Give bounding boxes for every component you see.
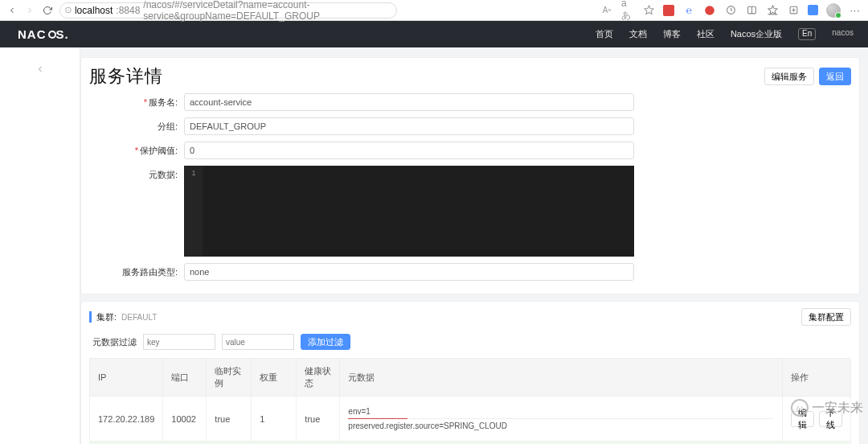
history-icon[interactable] xyxy=(724,4,737,17)
sidebar xyxy=(0,47,80,444)
favorites-bar-icon[interactable] xyxy=(766,4,779,17)
browser-right-icons: A» aあ ℮ ··· xyxy=(600,3,862,18)
label-metadata: 元数据: xyxy=(89,166,184,183)
split-icon[interactable] xyxy=(745,4,758,17)
app-header: NACS. 首页 文档 博客 社区 Nacos企业版 En nacos xyxy=(0,21,868,47)
filter-key-input[interactable] xyxy=(143,334,215,350)
meta-env: env=1 xyxy=(348,405,774,419)
collections-icon[interactable] xyxy=(787,4,800,17)
cluster-card: 集群: DEFAULT 集群配置 元数据过滤 添加过滤 IP 端口 临时实例 权… xyxy=(80,301,860,444)
nav-docs[interactable]: 文档 xyxy=(629,28,647,40)
input-service-name[interactable] xyxy=(184,93,634,111)
cell-weight: 1 xyxy=(252,397,297,442)
th-meta: 元数据 xyxy=(340,359,783,397)
back-icon[interactable] xyxy=(6,5,18,16)
ext-icon-4[interactable] xyxy=(808,5,818,15)
cell-health: true xyxy=(297,442,340,445)
table-row: 172.20.22.189 10002 true 1 true env=1 pr… xyxy=(90,397,851,442)
svg-marker-8 xyxy=(768,6,777,14)
filter-value-input[interactable] xyxy=(222,334,294,350)
cell-temp: true xyxy=(207,442,252,445)
label-protect-threshold: 保护阈值: xyxy=(89,142,184,159)
cell-health: true xyxy=(297,397,340,442)
url-path: /nacos/#/serviceDetail?name=account-serv… xyxy=(143,0,391,22)
svg-point-4 xyxy=(705,6,714,15)
sidebar-collapse-icon[interactable] xyxy=(35,64,45,444)
th-ops: 操作 xyxy=(783,359,851,397)
more-icon[interactable]: ··· xyxy=(849,4,862,17)
logo-accent-icon xyxy=(48,31,56,39)
ext-icon-1[interactable] xyxy=(663,5,674,16)
address-bar[interactable]: localhost:8848/nacos/#/serviceDetail?nam… xyxy=(59,2,397,18)
nav-home[interactable]: 首页 xyxy=(596,28,613,40)
cell-weight: 1 xyxy=(252,442,297,445)
cluster-label: 集群: xyxy=(96,311,117,323)
nacos-logo[interactable]: NACS. xyxy=(18,27,69,41)
th-weight: 权重 xyxy=(252,359,297,397)
nav-community[interactable]: 社区 xyxy=(697,28,714,40)
nav-login[interactable]: nacos xyxy=(832,28,854,40)
read-aloud-icon[interactable]: A» xyxy=(600,4,613,17)
page-title: 服务详情 xyxy=(89,64,163,88)
th-temp: 临时实例 xyxy=(207,359,252,397)
refresh-icon[interactable] xyxy=(42,5,53,16)
main-content: 服务详情 编辑服务 返回 服务名: 分组: 保护阈值: 元数据: xyxy=(80,47,868,444)
favorite-icon[interactable] xyxy=(642,4,655,17)
cell-meta: env=1 preserved.register.source=SPRING_C… xyxy=(340,397,783,442)
label-route-type: 服务路由类型: xyxy=(89,263,184,281)
row-offline-button[interactable]: 下线 xyxy=(819,411,842,427)
label-group: 分组: xyxy=(89,117,184,135)
instance-table: IP 端口 临时实例 权重 健康状态 元数据 操作 172.20.22.189 … xyxy=(89,358,851,444)
cell-meta: env=0 preserved.register.source=SPRING_C… xyxy=(340,442,783,445)
editor-gutter: 1 xyxy=(185,166,203,256)
cell-port: 10002 xyxy=(163,397,207,442)
profile-avatar[interactable] xyxy=(826,3,841,18)
ext-icon-3[interactable] xyxy=(703,4,716,17)
input-group[interactable] xyxy=(184,117,634,135)
translate-icon[interactable]: aあ xyxy=(621,4,634,17)
app-nav: 首页 文档 博客 社区 Nacos企业版 En nacos xyxy=(596,28,854,40)
meta-filter-row: 元数据过滤 添加过滤 xyxy=(92,334,848,350)
label-service-name: 服务名: xyxy=(89,93,184,111)
cell-ip: 172.20.22.189 xyxy=(90,397,163,442)
cell-temp: true xyxy=(207,397,252,442)
meta-src: preserved.register.source=SPRING_CLOUD xyxy=(348,419,774,433)
th-port: 端口 xyxy=(163,359,207,397)
cell-port: 10001 xyxy=(163,442,207,445)
forward-icon[interactable] xyxy=(24,5,35,16)
back-button[interactable]: 返回 xyxy=(819,68,851,85)
nav-blog[interactable]: 博客 xyxy=(663,28,681,40)
site-info-icon xyxy=(65,6,72,14)
table-row: 172.20.22.189 10001 true 1 true env=0 pr… xyxy=(90,442,851,445)
service-detail-card: 服务详情 编辑服务 返回 服务名: 分组: 保护阈值: 元数据: xyxy=(80,57,860,294)
browser-toolbar: localhost:8848/nacos/#/serviceDetail?nam… xyxy=(0,0,868,21)
nav-enterprise[interactable]: Nacos企业版 xyxy=(731,28,782,40)
edit-service-button[interactable]: 编辑服务 xyxy=(764,68,814,85)
url-host: localhost xyxy=(75,5,113,16)
url-port: :8848 xyxy=(116,5,140,16)
metadata-editor[interactable]: 1 xyxy=(184,166,634,257)
row-edit-button[interactable]: 编辑 xyxy=(791,411,814,427)
th-health: 健康状态 xyxy=(297,359,340,397)
cluster-bar-icon xyxy=(89,311,92,323)
cluster-value: DEFAULT xyxy=(121,313,157,322)
cluster-config-button[interactable]: 集群配置 xyxy=(801,308,851,326)
add-filter-button[interactable]: 添加过滤 xyxy=(301,334,350,350)
svg-marker-3 xyxy=(645,6,653,14)
input-route-type[interactable] xyxy=(184,263,634,281)
input-protect-threshold[interactable] xyxy=(184,142,634,159)
filter-label: 元数据过滤 xyxy=(92,336,137,348)
cell-ip: 172.20.22.189 xyxy=(90,442,163,445)
ext-icon-2[interactable]: ℮ xyxy=(682,4,695,17)
lang-switch[interactable]: En xyxy=(798,28,816,40)
th-ip: IP xyxy=(90,359,163,397)
